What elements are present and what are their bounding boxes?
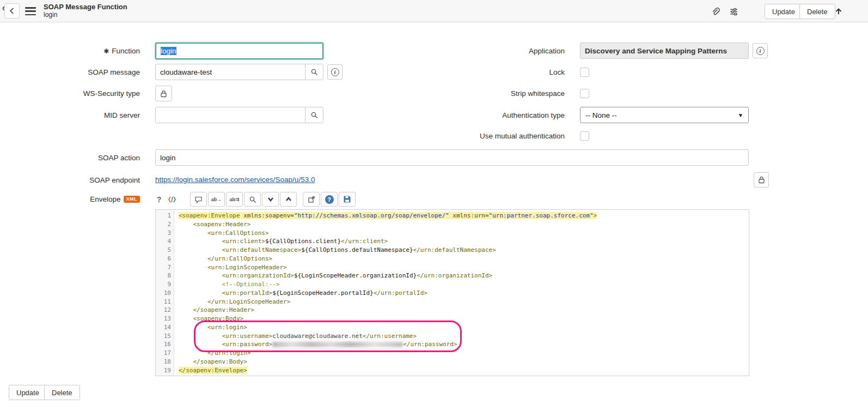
code-line[interactable]: </soapenv:Body> [179, 358, 749, 366]
comment-icon [194, 196, 203, 203]
search-icon [310, 111, 318, 119]
editor-code[interactable]: <soapenv:Envelope xmlns:soapenv="http://… [174, 210, 749, 376]
soap-action-input[interactable] [155, 149, 749, 166]
strip-whitespace-label: Strip whitespace [419, 85, 565, 101]
strip-whitespace-checkbox[interactable] [580, 89, 589, 98]
chevron-up-icon [285, 196, 292, 203]
editor-gutter: 12345678910111213141516171819 [156, 210, 174, 376]
update-button-header[interactable]: Update [765, 4, 803, 19]
delete-button-footer[interactable]: Delete [44, 385, 80, 400]
selected-text: login [161, 47, 176, 55]
line-number: 18 [156, 358, 171, 366]
line-number: 7 [156, 263, 171, 272]
code-line[interactable]: <urn:LoginScopeHeader> [179, 263, 749, 272]
line-number: 8 [156, 271, 171, 280]
header-bar: SOAP Message Function login ooo Update D… [0, 0, 868, 22]
code-line[interactable]: <urn:client>${CallOptions.client}</urn:c… [179, 237, 749, 246]
soap-message-input[interactable] [155, 64, 305, 80]
application-info-button[interactable]: i [753, 43, 768, 58]
find-previous-button[interactable] [280, 192, 297, 207]
lock-icon [758, 176, 765, 184]
use-mutual-authentication-checkbox[interactable] [580, 131, 589, 141]
application-label: Application [419, 43, 565, 59]
editor-search-button[interactable] [244, 192, 261, 207]
line-number: 17 [156, 349, 171, 358]
back-button[interactable] [4, 3, 20, 19]
soap-endpoint-lock-button[interactable] [754, 172, 769, 188]
soap-message-function-page: SOAP Message Function login ooo Update D… [0, 0, 868, 411]
editor-save-button[interactable] [339, 192, 356, 207]
line-number: 2 [156, 220, 171, 229]
line-number: 14 [156, 323, 171, 332]
editor-help-button[interactable]: ? [321, 192, 338, 207]
envelope-label: Envelope XML [0, 192, 140, 207]
toggle-comment-button[interactable] [190, 192, 207, 207]
line-number: 19 [156, 366, 171, 375]
line-number: 6 [156, 255, 171, 263]
scroll-top-icon[interactable] [832, 4, 846, 19]
soap-message-lookup-button[interactable] [305, 64, 323, 80]
code-line[interactable]: </urn:login> [179, 349, 749, 358]
replace-icon: ab→ [211, 197, 222, 202]
mid-server-input[interactable] [155, 107, 305, 123]
editor-help-icon[interactable]: ? [154, 192, 164, 207]
update-button-footer[interactable]: Update [9, 385, 47, 400]
soap-message-info-button[interactable]: i [327, 64, 343, 80]
soap-endpoint-link[interactable]: https://login.salesforce.com/services/So… [155, 176, 315, 184]
replace-button[interactable]: ab→ [208, 192, 225, 207]
record-subtitle: login [44, 11, 127, 19]
soap-message-label: SOAP message [0, 64, 140, 80]
delete-button-header[interactable]: Delete [799, 4, 835, 19]
code-line[interactable]: <urn:defaultNamespace>${CallOptions.defa… [179, 246, 749, 255]
info-icon: i [331, 68, 339, 76]
chevron-down-icon [267, 196, 274, 203]
code-line[interactable]: <urn:username>cloudaware@cloudaware.net<… [179, 332, 749, 341]
code-line[interactable]: </soapenv:Header> [179, 306, 749, 315]
replace-all-button[interactable]: ab⇉ [226, 192, 243, 207]
code-line[interactable]: <!--Optional:--> [179, 280, 749, 289]
code-line[interactable]: </soapenv:Envelope> [179, 366, 749, 375]
line-number: 16 [156, 340, 171, 349]
code-line[interactable]: <urn:password></urn:password> [179, 340, 749, 349]
function-input[interactable]: login [155, 43, 323, 59]
mid-server-label: MID server [0, 107, 140, 123]
search-icon [310, 68, 318, 76]
syntax-format-icon[interactable] [166, 192, 179, 207]
line-number: 9 [156, 280, 171, 289]
code-line[interactable]: <urn:CallOptions> [179, 229, 749, 238]
line-number: 11 [156, 298, 171, 306]
xml-badge: XML [124, 196, 140, 203]
personalize-form-icon[interactable] [726, 4, 741, 19]
code-line[interactable]: <soapenv:Body> [179, 315, 749, 323]
menu-icon[interactable] [25, 7, 36, 15]
function-label: ✱ Function [0, 43, 140, 59]
soap-endpoint-label: SOAP endpoint [0, 172, 140, 188]
line-number: 15 [156, 332, 171, 341]
help-icon: ? [325, 195, 334, 204]
lock-label: Lock [419, 64, 565, 80]
line-number: 1 [156, 211, 171, 220]
save-icon [343, 195, 351, 203]
code-line[interactable]: <urn:portalId>${LoginScopeHeader.portalI… [179, 289, 749, 298]
open-in-window-button[interactable] [303, 192, 320, 207]
code-line[interactable]: <urn:organizationId>${LoginScopeHeader.o… [179, 271, 749, 280]
replace-all-icon: ab⇉ [229, 197, 239, 202]
lock-checkbox[interactable] [580, 68, 589, 77]
chevron-down-icon: ▼ [738, 112, 743, 118]
attachment-icon[interactable] [708, 4, 722, 19]
line-number: 3 [156, 229, 171, 238]
pop-out-icon [308, 196, 315, 203]
ws-security-type-label: WS-Security type [0, 86, 140, 101]
code-line[interactable]: </urn:CallOptions> [179, 255, 749, 263]
code-line[interactable]: <soapenv:Envelope xmlns:soapenv="http://… [179, 211, 749, 220]
code-line[interactable]: </urn:LoginScopeHeader> [179, 298, 749, 306]
line-number: 4 [156, 237, 171, 246]
find-next-button[interactable] [262, 192, 279, 207]
redacted-password [272, 342, 403, 347]
authentication-type-select[interactable]: -- None -- ▼ [580, 107, 749, 123]
code-line[interactable]: <urn:login> [179, 323, 749, 332]
envelope-code-editor[interactable]: 12345678910111213141516171819 <soapenv:E… [155, 209, 749, 376]
mid-server-lookup-button[interactable] [305, 107, 323, 123]
code-line[interactable]: <soapenv:Header> [179, 220, 749, 229]
ws-security-lock-button[interactable] [155, 86, 172, 101]
